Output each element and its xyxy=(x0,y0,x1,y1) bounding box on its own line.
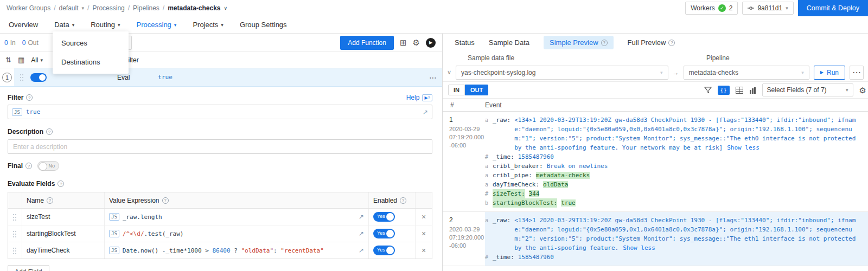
out-button[interactable]: OUT xyxy=(465,85,488,95)
filter-funnel-icon[interactable] xyxy=(704,86,712,94)
info-icon[interactable]: ? xyxy=(162,197,169,204)
drag-handle-icon[interactable] xyxy=(12,230,17,237)
field-expression-cell[interactable]: JS /^<\d/.test(_raw) ↗ xyxy=(105,225,369,242)
field-value-highlighted: 344 xyxy=(529,190,540,197)
info-icon[interactable]: ? xyxy=(25,163,32,169)
remove-row-icon[interactable]: × xyxy=(422,212,426,221)
sample-file-select[interactable]: yas-checkpoint-syslog.log ▾ xyxy=(456,66,668,80)
menu-item-sources[interactable]: Sources xyxy=(53,34,129,53)
info-icon[interactable]: ? xyxy=(400,197,406,204)
in-button[interactable]: IN xyxy=(448,85,465,95)
description-input[interactable] xyxy=(8,139,432,154)
nav-processing[interactable]: Processing▾ xyxy=(137,21,177,29)
field-type-badge: a xyxy=(485,162,493,171)
remove-row-icon[interactable]: × xyxy=(422,229,426,238)
expression-text: : xyxy=(273,247,280,254)
commit-deploy-button[interactable]: Commit & Deploy xyxy=(798,0,868,16)
drag-handle-icon[interactable] xyxy=(20,74,24,81)
add-field-button[interactable]: Add Field xyxy=(8,265,49,271)
filter-label-text: Filter xyxy=(8,94,23,101)
expand-editor-icon[interactable]: ↗ xyxy=(359,213,364,221)
field-value-highlighted: metadata-checks xyxy=(536,172,590,179)
chevron-down-icon[interactable]: ∨ xyxy=(224,5,228,11)
field-key: dayTimeCheck xyxy=(493,180,539,189)
drag-handle-icon[interactable] xyxy=(12,247,17,254)
top-bar: Worker Groups / default ▾ / Processing /… xyxy=(0,0,868,16)
drag-handle-icon[interactable] xyxy=(12,214,17,221)
json-view-icon[interactable]: {} xyxy=(718,86,730,95)
enabled-toggle[interactable]: Yes xyxy=(373,229,395,238)
enabled-toggle[interactable]: Yes xyxy=(373,246,395,255)
field-name-cell[interactable]: dayTimeCheck xyxy=(22,242,105,259)
expand-editor-icon[interactable]: ↗ xyxy=(359,247,364,254)
nav-overview[interactable]: Overview xyxy=(9,21,38,29)
nav-routing[interactable]: Routing▾ xyxy=(91,21,120,29)
nav-projects[interactable]: Projects▾ xyxy=(193,21,224,29)
show-less-link[interactable]: Show less xyxy=(727,144,760,151)
table-view-icon[interactable] xyxy=(736,87,743,94)
expression-string: "oldData" xyxy=(241,247,273,254)
field-name-cell[interactable]: sizeTest xyxy=(22,209,105,225)
field-sizeTest: # sizeTest 344 xyxy=(485,189,863,198)
gear-icon[interactable]: ⚙ xyxy=(413,38,420,47)
filter-expression-input[interactable] xyxy=(26,108,419,115)
help-popout-icon[interactable]: ▶? xyxy=(422,94,432,101)
field-expression-cell[interactable]: JS Date.now() -_time*1000 > 86400 ? "old… xyxy=(105,242,369,259)
field-time: # _time 1585487960 xyxy=(485,152,863,162)
function-enabled-toggle[interactable] xyxy=(30,73,47,82)
insert-function-icon[interactable]: ⊞ xyxy=(400,38,407,47)
help-link[interactable]: Help ▶? xyxy=(406,94,432,101)
more-options-button[interactable]: ⋯ xyxy=(850,66,864,80)
info-icon[interactable]: ? xyxy=(26,94,33,101)
workers-status-pill[interactable]: Workers ✓ 2 xyxy=(685,2,738,15)
tab-status[interactable]: Status xyxy=(455,38,475,47)
expand-editor-icon[interactable]: ↗ xyxy=(423,108,428,116)
enabled-toggle[interactable]: Yes xyxy=(373,212,395,222)
remove-row-icon[interactable]: × xyxy=(422,246,426,255)
caret-down-icon[interactable]: ▾ xyxy=(82,5,85,11)
breadcrumb-processing[interactable]: Processing xyxy=(92,4,124,12)
question-icon: ? xyxy=(428,95,430,100)
info-icon[interactable]: ? xyxy=(668,40,675,46)
field-name-cell[interactable]: startingBlockTest xyxy=(22,225,105,242)
field-expression-cell[interactable]: JS _raw.length ↗ xyxy=(105,209,369,225)
final-toggle-value: No xyxy=(49,163,55,169)
group-view-icon[interactable]: ▦ xyxy=(18,56,24,64)
event-row-1[interactable]: 1 2020-03-29 07:19:20.000 -06:00 a _raw … xyxy=(443,112,868,212)
play-pipeline-icon[interactable]: ▶ xyxy=(426,38,436,48)
tab-sample-data[interactable]: Sample Data xyxy=(489,38,529,47)
run-button[interactable]: ▶ Run xyxy=(814,66,845,80)
breadcrumb-worker-groups[interactable]: Worker Groups xyxy=(7,4,50,12)
more-options-icon[interactable]: ⋯ xyxy=(429,73,437,82)
event-number: 1 xyxy=(449,116,485,124)
breadcrumb-current-pipeline[interactable]: metadata-checks xyxy=(168,4,220,12)
tab-full-preview[interactable]: Full Preview ? xyxy=(628,38,675,47)
breadcrumb-pipelines[interactable]: Pipelines xyxy=(133,4,159,12)
info-icon[interactable]: ? xyxy=(601,40,608,46)
nav-data[interactable]: Data▾ xyxy=(54,21,74,29)
select-fields-dropdown[interactable]: Select Fields (7 of 7) ▾ xyxy=(762,83,853,96)
commit-hash-pill[interactable]: 9a811d1 ▾ xyxy=(742,2,793,15)
breadcrumb-group[interactable]: default xyxy=(59,4,78,12)
show-less-link[interactable]: Show less xyxy=(623,244,655,251)
collapse-all-icon[interactable]: ⇅ xyxy=(5,56,11,64)
chart-view-icon[interactable] xyxy=(749,87,756,94)
final-toggle[interactable]: No xyxy=(37,161,59,171)
pipeline-select[interactable]: metadata-checks ▾ xyxy=(684,66,809,80)
function-filter-dropdown[interactable]: All ▾ xyxy=(31,56,43,64)
add-function-button[interactable]: Add Function xyxy=(340,36,394,50)
pipeline-actions: Add Function ⊞ ⚙ ▶ xyxy=(340,36,438,50)
info-icon[interactable]: ? xyxy=(46,128,53,135)
info-icon[interactable]: ? xyxy=(47,197,53,204)
expression-string: "recentData" xyxy=(280,247,323,254)
field-cribl-pipe: a cribl_pipe metadata-checks xyxy=(485,171,863,180)
event-row-2[interactable]: 2 2020-03-29 07:19:20.000 -06:00 a _raw … xyxy=(443,212,868,266)
expand-editor-icon[interactable]: ↗ xyxy=(359,230,364,237)
gear-icon[interactable]: ⚙ xyxy=(859,86,866,94)
row-drag-cell xyxy=(8,225,22,242)
info-icon[interactable]: ? xyxy=(58,180,64,187)
menu-item-destinations[interactable]: Destinations xyxy=(53,53,129,72)
chevron-down-icon[interactable]: ∨ xyxy=(447,69,451,76)
nav-group-settings[interactable]: Group Settings xyxy=(240,21,287,29)
tab-simple-preview[interactable]: Simple Preview ? xyxy=(544,36,614,49)
